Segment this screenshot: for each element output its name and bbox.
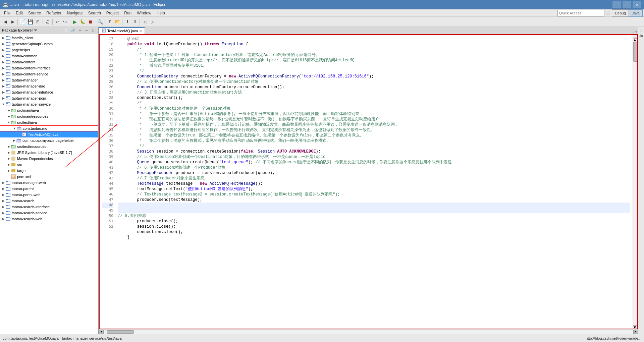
minimize-button[interactable]: ─	[612, 1, 621, 8]
pe-view-menu[interactable]: ▾	[77, 28, 83, 33]
toolbar-run[interactable]: ▶	[71, 18, 78, 25]
horizontal-scrollbar[interactable]: ◀ ▶	[99, 329, 638, 334]
pe-link-with-editor[interactable]: 🔗	[70, 28, 76, 33]
tree-item-content-service[interactable]: ▶ taotao-content-service	[0, 71, 98, 77]
tree-item-src-test-resources[interactable]: ▶ src/test/resources	[0, 144, 98, 150]
menu-file[interactable]: File	[1, 10, 13, 16]
tree-item-target[interactable]: ▶ target	[0, 168, 98, 174]
tree-item-manager-pojo[interactable]: ▶ taotao-manager-pojo	[0, 95, 98, 101]
scroll-up-arrow[interactable]: ▲	[633, 38, 637, 39]
menu-run[interactable]: Run	[121, 10, 134, 16]
toolbar-next-annotation[interactable]: ⬇	[123, 18, 131, 25]
toolbar-open-type[interactable]: T	[106, 18, 113, 25]
toolbar-prev-annotation[interactable]: ⬆	[131, 18, 139, 25]
debug-perspective-button[interactable]: Debug	[612, 9, 629, 17]
pe-collapse-all[interactable]: ⬜	[63, 28, 69, 33]
tree-item-search-service[interactable]: ▶ taotao-search-service	[0, 210, 98, 216]
expand-icon: ▶	[7, 109, 11, 112]
pe-maximize[interactable]: □	[90, 28, 96, 33]
toolbar-new[interactable]: 📄	[19, 18, 26, 25]
toolbar-open-resource[interactable]: 📂	[114, 18, 121, 25]
svg-marker-35	[17, 138, 21, 139]
pe-minimize[interactable]: ─	[84, 28, 90, 33]
tree-item-parent[interactable]: ▶ taotao-parent	[0, 186, 98, 192]
expand-icon: ▶	[1, 54, 5, 58]
toolbar-forward[interactable]: ▶	[9, 18, 16, 25]
scroll-right-arrow[interactable]: ▶	[633, 330, 638, 334]
tree-item-portal-web[interactable]: ▶ taotao-portal-web	[0, 192, 98, 198]
scroll-left-arrow[interactable]: ◀	[99, 330, 104, 334]
maximize-button[interactable]: □	[623, 1, 631, 8]
quick-access-input[interactable]	[557, 10, 604, 16]
tree-item-src-test-java[interactable]: ▼ src/test/java	[0, 119, 98, 125]
tree-item-manager-web[interactable]: ▶ taotao-manager-web	[0, 180, 98, 186]
java-perspective-button[interactable]: Java	[629, 9, 643, 17]
tree-item-content-interface[interactable]: ▶ taotao-content-interface	[0, 65, 98, 71]
tree-item-label: JRE System Library [JavaSE-1.7]	[17, 151, 72, 155]
tree-item-pagehelper[interactable]: ▶ pagehelper	[0, 47, 98, 53]
tree-item-src[interactable]: ▶ src	[0, 162, 98, 168]
toolbar-search[interactable]: 🔍	[96, 18, 104, 25]
right-toolbar-btn-2[interactable]: Ju	[639, 33, 644, 39]
menu-edit[interactable]: Edit	[13, 10, 25, 16]
toolbar-print[interactable]: 🖨	[44, 18, 51, 25]
menu-project[interactable]: Project	[104, 10, 121, 16]
toolbar-save[interactable]: 💾	[26, 18, 34, 25]
editor-tab-testacticemq[interactable]: J TestActiceMQ.java ✕	[99, 27, 145, 34]
editor-scrollbar[interactable]: ▲ ▼	[633, 35, 637, 329]
code-container: → 17 18 19 20 21 22 23 24 25 26 27 28 29…	[99, 34, 638, 329]
toolbar-debug[interactable]: 🐛	[79, 18, 86, 25]
editor-area-minimize[interactable]: ─	[632, 30, 634, 34]
tree-item-search-web[interactable]: ▶ taotao-search-web	[0, 216, 98, 222]
tree-item-manager-service[interactable]: ▼ taotao-manager-service	[0, 101, 98, 107]
expand-icon: ▶	[1, 187, 5, 190]
tree-item-generator[interactable]: ▶ generatorSqlmapCustom	[0, 41, 98, 47]
editor-area-maximize[interactable]: □	[635, 30, 637, 34]
toolbar-next-edit[interactable]: ▷	[149, 18, 156, 25]
code-editor[interactable]: @Test public void testQueueProducer() th…	[115, 35, 633, 329]
close-button[interactable]: ✕	[633, 1, 641, 8]
right-toolbar-btn-1[interactable]: ⬜	[639, 27, 644, 33]
tree-item-maven-deps[interactable]: ▶ Maven Dependencies	[0, 156, 98, 162]
toolbar-redo[interactable]: ↪	[61, 18, 69, 25]
scroll-thumb[interactable]	[633, 42, 637, 62]
line-numbers: 17 18 19 20 21 22 23 24 25 26 27 28 29 3…	[102, 35, 115, 329]
tree-item-pom[interactable]: xml pom.xml	[0, 174, 98, 180]
project-icon	[5, 71, 11, 77]
project-icon	[5, 35, 11, 41]
menu-refactor[interactable]: Refactor	[44, 10, 64, 16]
scroll-down-arrow[interactable]: ▼	[633, 325, 637, 326]
tree-item-src-main-java[interactable]: ▶ src/main/java	[0, 107, 98, 113]
horizontal-scroll-thumb[interactable]	[107, 330, 134, 334]
tree-item-jre[interactable]: ▶ JRE System Library [JavaSE-1.7]	[0, 150, 98, 156]
tree-item-testacticemq[interactable]: J TestActiceMQ.java	[0, 131, 98, 137]
tree-item-com-taotao-mq[interactable]: ▼ com.taotao.mq	[0, 125, 98, 131]
tree-item-manager[interactable]: ▶ taotao-manager	[0, 77, 98, 83]
tree-item-manager-interface[interactable]: ▶ taotao-manager-interface	[0, 89, 98, 95]
tree-item-manager-dao[interactable]: ▶ taotao-manager-dao	[0, 83, 98, 89]
menu-window[interactable]: Window	[134, 10, 154, 16]
java-file-icon: J	[21, 132, 27, 137]
tree-item-src-main-resources[interactable]: ▶ src/main/resources	[0, 113, 98, 119]
toolbar-undo[interactable]: ↩	[54, 18, 61, 25]
menu-help[interactable]: Help	[154, 10, 168, 16]
toolbar-separator-4	[70, 19, 70, 25]
tree-item-content[interactable]: ▶ taotao-content	[0, 59, 98, 65]
tree-item-common[interactable]: ▶ taotao-common	[0, 53, 98, 59]
toolbar-last-edit[interactable]: ◁	[141, 18, 148, 25]
tree-item-search[interactable]: ▶ taotao-search	[0, 198, 98, 204]
toolbar-back[interactable]: ◀	[1, 18, 9, 25]
folder-icon	[11, 168, 16, 173]
tree-item-fastdfs[interactable]: ▶ fastdfs_client	[0, 35, 98, 41]
tree-item-search-interface[interactable]: ▶ taotao-search-interface	[0, 204, 98, 210]
annotation-ruler: →	[100, 35, 102, 329]
project-icon	[5, 47, 11, 53]
menu-navigate[interactable]: Navigate	[64, 10, 85, 16]
library-icon	[11, 156, 16, 161]
toolbar-stop[interactable]: ⏹	[87, 18, 94, 25]
menu-search[interactable]: Search	[86, 10, 104, 16]
tree-item-com-taotao-mybatis[interactable]: ▶ com.taotao.mybatis.pagehelper	[0, 137, 98, 144]
toolbar-saveall[interactable]: ⊞	[34, 18, 42, 25]
menu-source[interactable]: Source	[25, 10, 44, 16]
tab-close-button[interactable]: ✕	[139, 29, 142, 33]
